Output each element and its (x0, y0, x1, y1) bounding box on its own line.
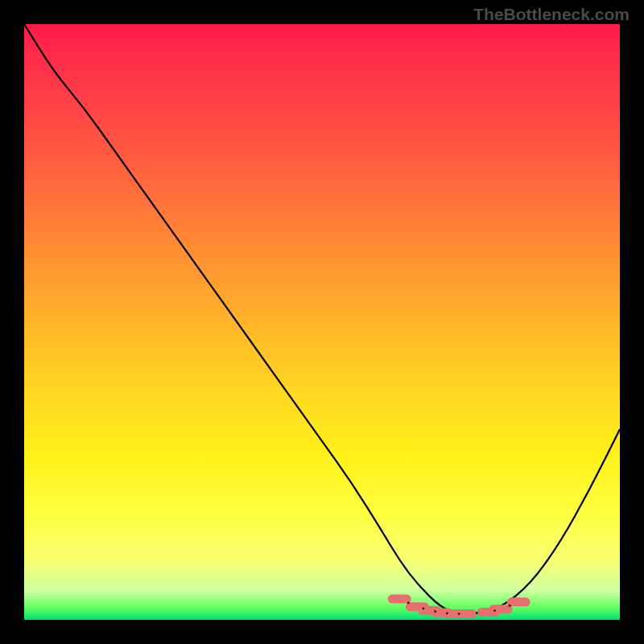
watermark-text: TheBottleneck.com (473, 5, 630, 24)
plot-area (24, 24, 620, 620)
background-gradient (24, 24, 620, 620)
